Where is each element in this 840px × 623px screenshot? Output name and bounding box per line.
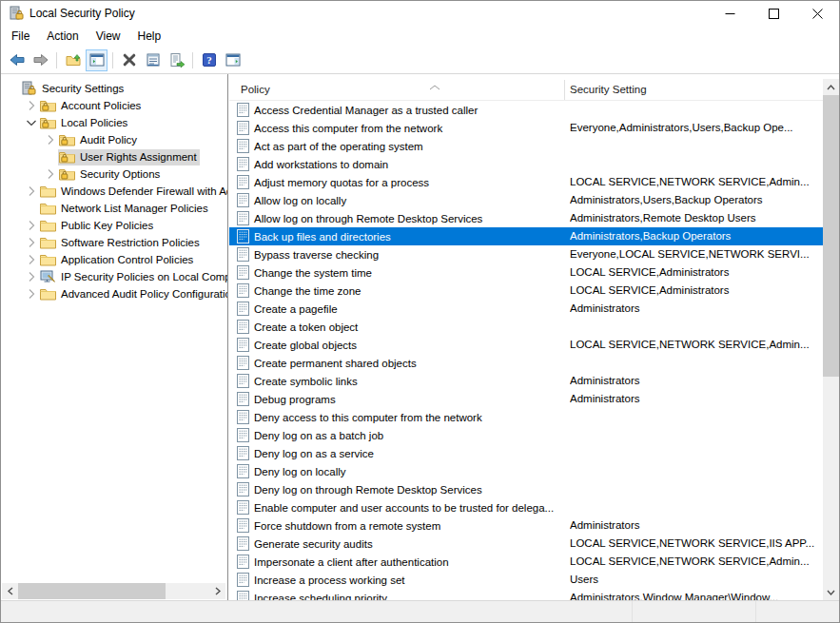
export-list-button[interactable] — [166, 49, 187, 71]
minimize-button[interactable] — [708, 1, 752, 26]
policy-row[interactable]: Create a pagefile Administrators — [229, 300, 825, 318]
show-action-pane-button[interactable] — [222, 49, 244, 71]
security-setting-value: Administrators,Window Manager\Window... — [570, 589, 821, 600]
vertical-scrollbar[interactable] — [823, 79, 839, 600]
tree-item[interactable]: Security Options — [1, 165, 226, 183]
policy-row[interactable]: Change the system time LOCAL SERVICE,Adm… — [229, 263, 825, 282]
policy-row[interactable]: Back up files and directories Administra… — [229, 227, 825, 245]
tree-horizontal-scrollbar[interactable] — [2, 583, 225, 599]
scrollbar-thumb[interactable] — [18, 583, 166, 599]
delete-button[interactable] — [118, 49, 140, 71]
policy-icon — [237, 591, 249, 600]
chevron-down-icon — [827, 589, 835, 596]
policy-row[interactable]: Change the time zone LOCAL SERVICE,Admin… — [229, 282, 825, 300]
policy-row[interactable]: Add workstations to domain — [229, 155, 825, 173]
column-header-security-setting[interactable]: Security Setting — [570, 84, 647, 95]
close-button[interactable] — [795, 1, 839, 26]
tree-item[interactable]: IP Security Policies on Local Compute — [1, 268, 226, 285]
tree-item[interactable]: Application Control Policies — [1, 251, 226, 268]
policy-row[interactable]: Deny log on locally — [229, 462, 825, 480]
chevron-right-icon[interactable] — [43, 132, 58, 147]
policy-row[interactable]: Adjust memory quotas for a process LOCAL… — [229, 173, 825, 191]
menu-action[interactable]: Action — [38, 27, 87, 46]
chevron-right-icon[interactable] — [24, 269, 39, 284]
policy-icon — [237, 573, 249, 587]
scroll-right-button[interactable] — [209, 583, 225, 599]
chevron-right-icon[interactable] — [24, 218, 39, 233]
tree-item-label: IP Security Policies on Local Compute — [61, 271, 228, 282]
scroll-down-button[interactable] — [823, 584, 839, 600]
policy-row[interactable]: Create permanent shared objects — [229, 354, 825, 372]
back-button[interactable] — [6, 49, 28, 71]
scrollbar-track[interactable] — [18, 583, 209, 599]
scroll-up-button[interactable] — [823, 79, 839, 95]
show-console-tree-button[interactable] — [86, 49, 107, 71]
column-header-policy[interactable]: Policy — [241, 84, 270, 95]
chevron-right-icon[interactable] — [24, 252, 39, 267]
tree-item[interactable]: Security Settings — [1, 80, 226, 97]
policy-row[interactable]: Access this computer from the network Ev… — [229, 119, 825, 137]
policy-row[interactable]: Increase a process working set Users — [229, 571, 825, 589]
tree-item[interactable]: Windows Defender Firewall with Adva — [1, 183, 226, 200]
tree-item[interactable]: User Rights Assignment — [1, 148, 226, 165]
tree-item[interactable]: Public Key Policies — [1, 217, 226, 234]
policy-row[interactable]: Deny log on as a service — [229, 444, 825, 462]
tree-item[interactable]: Advanced Audit Policy Configuration — [1, 285, 226, 302]
policy-row[interactable]: Generate security audits LOCAL SERVICE,N… — [229, 535, 825, 553]
chevron-right-icon[interactable] — [43, 166, 58, 182]
tree-item[interactable]: Audit Policy — [1, 131, 226, 148]
scroll-left-button[interactable] — [2, 583, 18, 599]
help-button[interactable]: ? — [198, 49, 220, 71]
security-setting-value: LOCAL SERVICE,NETWORK SERVICE,Admin... — [570, 553, 821, 571]
policy-row[interactable]: Create global objects LOCAL SERVICE,NETW… — [229, 336, 825, 354]
policy-row[interactable]: Debug programs Administrators — [229, 390, 825, 408]
tree-item-label: Audit Policy — [80, 134, 137, 146]
policy-row[interactable]: Enable computer and user accounts to be … — [229, 498, 825, 516]
policy-row[interactable]: Force shutdown from a remote system Admi… — [229, 516, 825, 535]
tree-item[interactable]: Local Policies — [1, 114, 226, 131]
menu-file[interactable]: File — [3, 27, 38, 46]
folder-lock-icon — [59, 166, 76, 182]
policy-icon — [237, 446, 249, 460]
policy-icon — [237, 211, 249, 225]
tree-item-label: Security Settings — [42, 83, 124, 94]
chevron-right-icon[interactable] — [24, 235, 39, 250]
menu-help[interactable]: Help — [129, 27, 170, 46]
policy-row[interactable]: Create symbolic links Administrators — [229, 372, 825, 390]
policy-row[interactable]: Deny access to this computer from the ne… — [229, 408, 825, 426]
export-console-folder-button[interactable] — [62, 49, 84, 71]
properties-button[interactable] — [142, 49, 164, 71]
tree-item[interactable]: Software Restriction Policies — [1, 234, 226, 251]
policy-row[interactable]: Bypass traverse checking Everyone,LOCAL … — [229, 245, 825, 263]
chevron-down-icon[interactable] — [24, 115, 39, 130]
policy-name: Deny access to this computer from the ne… — [254, 412, 482, 423]
forward-button[interactable] — [29, 49, 51, 71]
security-setting-value — [570, 426, 821, 444]
policy-row[interactable]: Allow log on through Remote Desktop Serv… — [229, 209, 825, 227]
policy-name: Back up files and directories — [254, 231, 391, 243]
security-setting-value: LOCAL SERVICE,Administrators — [570, 263, 821, 282]
policy-row[interactable]: Deny log on as a batch job — [229, 426, 825, 444]
policy-name: Bypass traverse checking — [254, 249, 379, 261]
maximize-button[interactable] — [752, 1, 795, 26]
policy-row[interactable]: Access Credential Manager as a trusted c… — [229, 101, 825, 119]
policy-row[interactable]: Impersonate a client after authenticatio… — [229, 553, 825, 571]
chevron-right-icon[interactable] — [24, 286, 39, 302]
tree-item[interactable]: Account Policies — [1, 97, 226, 114]
show-action-pane-icon — [225, 52, 241, 68]
policy-row[interactable]: Act as part of the operating system — [229, 137, 825, 155]
policy-row[interactable]: Allow log on locally Administrators,User… — [229, 191, 825, 209]
menu-view[interactable]: View — [88, 27, 129, 46]
security-setting-value: Administrators,Remote Desktop Users — [570, 209, 821, 227]
policy-row[interactable]: Deny log on through Remote Desktop Servi… — [229, 480, 825, 498]
policy-row[interactable]: Create a token object — [229, 318, 825, 336]
chevron-right-icon[interactable] — [24, 184, 39, 199]
chevron-right-icon[interactable] — [24, 98, 39, 113]
scrollbar-thumb[interactable] — [823, 95, 839, 377]
tree-item[interactable]: Network List Manager Policies — [1, 200, 226, 217]
security-setting-value — [570, 137, 821, 155]
policy-icon — [237, 320, 249, 334]
policy-row[interactable]: Increase scheduling priority Administrat… — [229, 589, 825, 600]
column-separator[interactable] — [564, 80, 565, 100]
folder-icon — [40, 286, 57, 302]
